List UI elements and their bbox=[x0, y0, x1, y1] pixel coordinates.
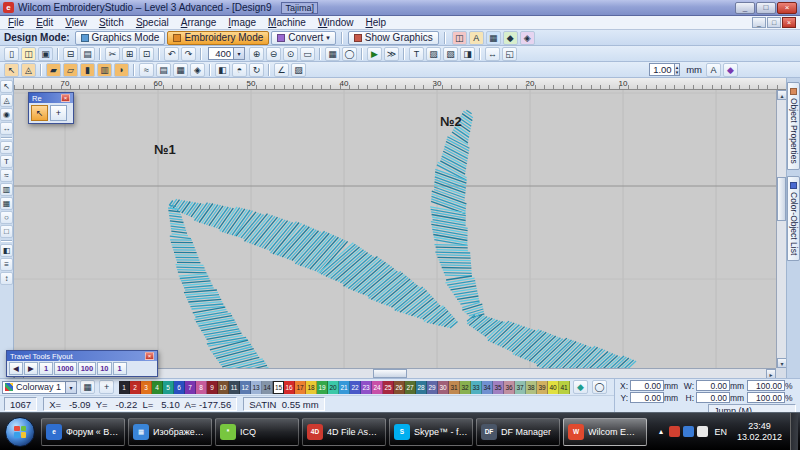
copy-icon[interactable]: ⊞ bbox=[122, 47, 137, 61]
tray-hidden-icons-icon[interactable]: ▴ bbox=[655, 426, 666, 437]
color-chip-23[interactable]: 23 bbox=[361, 381, 372, 394]
column-c-icon[interactable]: ◗ bbox=[114, 63, 129, 77]
vertical-scroll-thumb[interactable] bbox=[777, 177, 786, 221]
tab-object-properties[interactable]: Object Properties bbox=[787, 82, 800, 170]
cut-icon[interactable]: ✂ bbox=[105, 47, 120, 61]
convert-button[interactable]: Convert▾ bbox=[271, 31, 336, 45]
underlay-icon[interactable]: ▨ bbox=[291, 63, 306, 77]
paste-icon[interactable]: ⊡ bbox=[139, 47, 154, 61]
mdi-restore-button[interactable]: □ bbox=[767, 17, 781, 28]
show-graphics-button[interactable]: Show Graphics bbox=[348, 31, 439, 45]
color-chip-39[interactable]: 39 bbox=[537, 381, 548, 394]
color-chip-35[interactable]: 35 bbox=[493, 381, 504, 394]
color-chip-31[interactable]: 31 bbox=[449, 381, 460, 394]
outline-type-icon[interactable]: ▧ bbox=[443, 47, 458, 61]
show-hoop-icon[interactable]: ◯ bbox=[342, 47, 357, 61]
tatami-fill-icon[interactable]: ▦ bbox=[173, 63, 188, 77]
travel-to-start-button[interactable]: ◀ bbox=[9, 362, 23, 375]
zoom-combobox[interactable]: 400 ▾ bbox=[208, 47, 245, 60]
color-chip-36[interactable]: 36 bbox=[504, 381, 515, 394]
fill-type-icon[interactable]: ▨ bbox=[426, 47, 441, 61]
scroll-down-icon[interactable]: ▾ bbox=[777, 358, 786, 368]
color-chip-6[interactable]: 6 bbox=[174, 381, 185, 394]
color-chip-17[interactable]: 17 bbox=[295, 381, 306, 394]
color-chip-2[interactable]: 2 bbox=[130, 381, 141, 394]
measure-icon[interactable]: ↔ bbox=[485, 47, 500, 61]
zoom-out-icon[interactable]: ⊖ bbox=[266, 47, 281, 61]
select-tool-icon[interactable]: ↖ bbox=[0, 80, 13, 93]
travel-10-stitches-button[interactable]: 10 bbox=[97, 362, 111, 375]
undo-icon[interactable]: ↶ bbox=[164, 47, 179, 61]
save-design-icon[interactable]: ▣ bbox=[38, 47, 53, 61]
mdi-minimize-button[interactable]: _ bbox=[752, 17, 766, 28]
color-chip-5[interactable]: 5 bbox=[163, 381, 174, 394]
vertical-scrollbar[interactable]: ▴ ▾ bbox=[776, 90, 786, 368]
color-chip-15[interactable]: 15 bbox=[273, 381, 284, 394]
task-skype-button[interactable]: SSkype™ - fial... bbox=[389, 418, 473, 446]
stitch-player-icon[interactable]: ▶ bbox=[367, 47, 382, 61]
motif-fill-icon[interactable]: ◈ bbox=[190, 63, 205, 77]
color-chip-33[interactable]: 33 bbox=[471, 381, 482, 394]
menu-view[interactable]: View bbox=[59, 17, 93, 28]
new-design-icon[interactable]: ▯ bbox=[4, 47, 19, 61]
color-chip-24[interactable]: 24 bbox=[372, 381, 383, 394]
reshape-object-mode-icon[interactable]: ↖ bbox=[31, 105, 48, 121]
travel-100-stitches-button[interactable]: 100 bbox=[78, 362, 97, 375]
color-chip-3[interactable]: 3 bbox=[141, 381, 152, 394]
menu-edit[interactable]: Edit bbox=[30, 17, 59, 28]
start-button[interactable] bbox=[5, 417, 35, 447]
color-chip-22[interactable]: 22 bbox=[350, 381, 361, 394]
scroll-right-icon[interactable]: ▸ bbox=[766, 369, 776, 378]
color-chip-7[interactable]: 7 bbox=[185, 381, 196, 394]
colorway-select[interactable]: Colorway 1 ▾ bbox=[2, 381, 77, 394]
colorway-dropdown-icon[interactable]: ▾ bbox=[65, 382, 76, 393]
reshape-object-icon[interactable]: ◬ bbox=[21, 63, 36, 77]
menu-arrange[interactable]: Arrange bbox=[175, 17, 223, 28]
pull-compensation-icon[interactable]: A bbox=[706, 63, 721, 77]
effects-icon[interactable]: ◆ bbox=[723, 63, 738, 77]
stitch-edit-mode-icon[interactable]: + bbox=[50, 105, 67, 121]
x-input[interactable]: 0.00 bbox=[630, 380, 664, 391]
color-chip-19[interactable]: 19 bbox=[317, 381, 328, 394]
edit-colorway-icon[interactable]: ▦ bbox=[80, 380, 95, 394]
digitize-closed-shape-icon[interactable]: ▰ bbox=[46, 63, 61, 77]
color-chip-41[interactable]: 41 bbox=[559, 381, 570, 394]
color-chip-21[interactable]: 21 bbox=[339, 381, 350, 394]
sequence-tool-icon[interactable]: ≡ bbox=[0, 258, 13, 271]
y-input[interactable]: 0.00 bbox=[630, 392, 664, 403]
mdi-close-button[interactable]: × bbox=[782, 17, 796, 28]
travel-tools-close-icon[interactable]: × bbox=[145, 352, 154, 360]
color-chip-10[interactable]: 10 bbox=[218, 381, 229, 394]
scroll-up-icon[interactable]: ▴ bbox=[777, 90, 786, 100]
lettering-icon[interactable]: T bbox=[409, 47, 424, 61]
ellipse-tool-icon[interactable]: ○ bbox=[0, 211, 13, 224]
vertical-scroll-track[interactable] bbox=[777, 100, 786, 358]
tab-color-object-list[interactable]: Color-Object List bbox=[787, 176, 800, 261]
reshape-tool-icon[interactable]: ◬ bbox=[0, 94, 13, 107]
show-desktop-button[interactable] bbox=[790, 413, 798, 450]
menu-machine[interactable]: Machine bbox=[262, 17, 312, 28]
satin-tool-icon[interactable]: ▥ bbox=[0, 183, 13, 196]
color-chip-29[interactable]: 29 bbox=[427, 381, 438, 394]
close-button[interactable]: × bbox=[777, 2, 797, 14]
color-chip-4[interactable]: 4 bbox=[152, 381, 163, 394]
rotate-45-icon[interactable]: ↻ bbox=[249, 63, 264, 77]
task-icq-button[interactable]: *ICQ bbox=[215, 418, 299, 446]
color-chip-26[interactable]: 26 bbox=[394, 381, 405, 394]
travel-1000-stitches-button[interactable]: 1000 bbox=[54, 362, 77, 375]
tray-app-red-icon[interactable] bbox=[669, 426, 680, 437]
overview-window-icon[interactable]: ◱ bbox=[502, 47, 517, 61]
horizontal-scroll-thumb[interactable] bbox=[373, 369, 407, 378]
taskbar-clock[interactable]: 23:49 13.02.2012 bbox=[737, 421, 782, 443]
color-chip-30[interactable]: 30 bbox=[438, 381, 449, 394]
mirror-vertical-icon[interactable]: ◓ bbox=[232, 63, 247, 77]
color-chip-12[interactable]: 12 bbox=[240, 381, 251, 394]
color-chip-8[interactable]: 8 bbox=[196, 381, 207, 394]
vector-tools-icon[interactable]: ◆ bbox=[503, 31, 518, 45]
zoom-to-fit-icon[interactable]: ▭ bbox=[300, 47, 315, 61]
tray-app-blue-icon[interactable] bbox=[683, 426, 694, 437]
digitize-tool-icon[interactable]: ▱ bbox=[0, 141, 13, 154]
print-icon[interactable]: ⊟ bbox=[63, 47, 78, 61]
complex-fill-icon[interactable]: ▮ bbox=[80, 63, 95, 77]
satin-column-icon[interactable]: ▥ bbox=[97, 63, 112, 77]
